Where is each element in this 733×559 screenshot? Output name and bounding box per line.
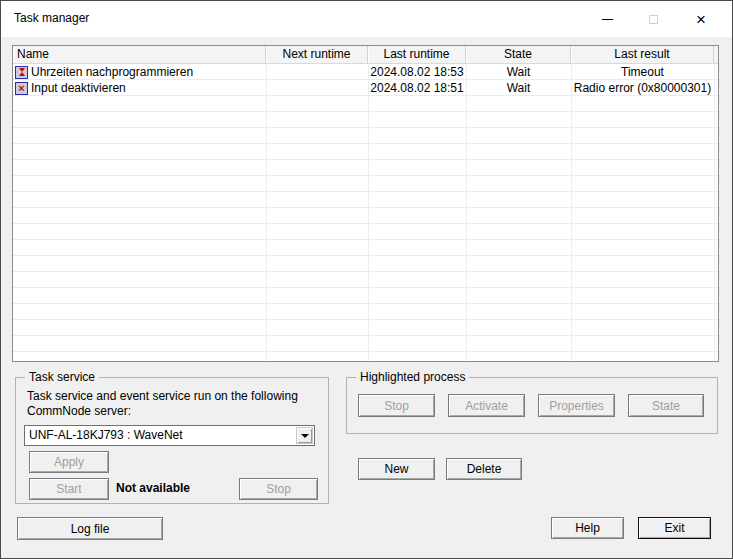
start-service-button[interactable]: Start (29, 478, 109, 500)
process-stop-button[interactable]: Stop (358, 394, 435, 417)
log-file-button[interactable]: Log file (17, 517, 163, 540)
task-manager-window: Task manager × Name Next runtime Last ru… (0, 0, 733, 559)
service-status-text: Not available (116, 481, 190, 495)
table-body: Uhrzeiten nachprogrammieren 2024.08.02 1… (13, 64, 718, 361)
task-table: Name Next runtime Last runtime State Las… (12, 45, 719, 362)
column-header-last-result[interactable]: Last result (571, 46, 714, 63)
grid-line (266, 64, 267, 361)
process-activate-button[interactable]: Activate (448, 394, 525, 417)
combobox-dropdown-button[interactable] (296, 427, 313, 444)
table-row[interactable]: Uhrzeiten nachprogrammieren 2024.08.02 1… (13, 64, 718, 80)
apply-button[interactable]: Apply (29, 451, 109, 473)
grid-line (466, 64, 467, 361)
exit-button[interactable]: Exit (638, 517, 711, 539)
grid-line (714, 64, 715, 361)
grid-line (368, 64, 369, 361)
grid-line (571, 64, 572, 361)
minimize-icon (602, 19, 613, 20)
table-row[interactable]: × Input deaktivieren 2024.08.02 18:51 Wa… (13, 80, 718, 96)
title-bar: Task manager × (1, 1, 732, 37)
task-name: Input deaktivieren (31, 80, 126, 96)
minimize-button[interactable] (590, 7, 624, 31)
state-cell: Wait (466, 64, 571, 80)
task-service-description: Task service and event service run on th… (27, 389, 298, 419)
state-cell: Wait (466, 80, 571, 96)
column-header-state[interactable]: State (466, 46, 571, 63)
task-service-group-title: Task service (25, 370, 99, 385)
close-button[interactable]: × (684, 7, 718, 31)
column-header-last-runtime[interactable]: Last runtime (368, 46, 466, 63)
last-runtime-cell: 2024.08.02 18:53 (368, 64, 466, 80)
help-button[interactable]: Help (551, 517, 624, 539)
task-name: Uhrzeiten nachprogrammieren (31, 64, 193, 80)
next-runtime-cell (266, 64, 368, 80)
column-header-next-runtime[interactable]: Next runtime (266, 46, 368, 63)
commnode-server-value: UNF-AL-18KJ793 : WaveNet (29, 426, 183, 445)
hourglass-task-icon (15, 66, 28, 79)
next-runtime-cell (266, 80, 368, 96)
maximize-icon (649, 15, 658, 24)
new-task-button[interactable]: New (358, 458, 435, 480)
last-runtime-cell: 2024.08.02 18:51 (368, 80, 466, 96)
table-header: Name Next runtime Last runtime State Las… (13, 46, 718, 64)
task-name-cell: × Input deaktivieren (13, 80, 266, 96)
close-icon: × (696, 11, 706, 28)
highlighted-process-group-title: Highlighted process (356, 370, 469, 385)
maximize-button[interactable] (636, 7, 670, 31)
process-properties-button[interactable]: Properties (538, 394, 615, 417)
stop-service-button[interactable]: Stop (239, 478, 318, 500)
last-result-cell: Radio error (0x80000301) (571, 80, 714, 96)
last-result-cell: Timeout (571, 64, 714, 80)
radio-task-icon: × (15, 82, 28, 95)
delete-task-button[interactable]: Delete (446, 458, 522, 480)
process-state-button[interactable]: State (628, 394, 704, 417)
window-title: Task manager (14, 11, 89, 25)
task-name-cell: Uhrzeiten nachprogrammieren (13, 64, 266, 80)
column-header-name[interactable]: Name (13, 46, 266, 63)
commnode-server-select[interactable]: UNF-AL-18KJ793 : WaveNet (24, 425, 315, 446)
chevron-down-icon (301, 434, 309, 438)
